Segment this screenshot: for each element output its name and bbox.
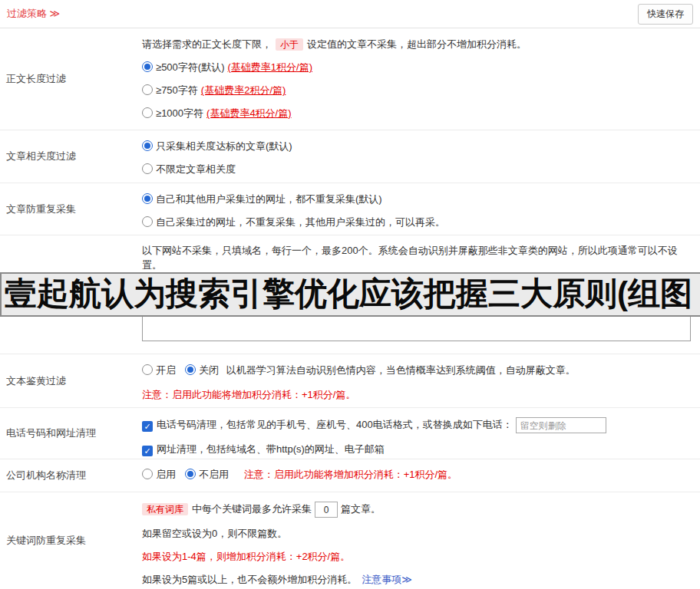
fee-note: (基础费率4积分/篇) <box>206 107 292 119</box>
option-label: 自己和其他用户采集过的网址，都不重复采集(默认) <box>156 193 382 205</box>
phone-url-label: 电话号码和网址清理 <box>0 408 142 459</box>
floating-article-title-banner: 壹起航认为搜索引擎优化应该把握三大原则(组图 <box>0 272 700 317</box>
relevance-option-strict: 只采集相关度达标的文章(默认) <box>142 140 694 153</box>
length-filter-label: 正文长度过滤 <box>0 28 142 130</box>
length-filter-desc: 请选择需求的正文长度下限，小于设定值的文章不采集，超出部分不增加积分消耗。 <box>142 38 694 51</box>
dedup-filter-label: 文章防重复采集 <box>0 183 142 235</box>
less-than-badge: 小于 <box>276 38 303 51</box>
row-company-clean: 公司机构名称清理 启用不启用 注意：启用此功能将增加积分消耗：+1积分/篇。 <box>0 459 700 492</box>
company-clean-content: 启用不启用 注意：启用此功能将增加积分消耗：+1积分/篇。 <box>142 459 700 492</box>
porn-filter-label: 文本鉴黄过滤 <box>0 354 142 407</box>
max-articles-input[interactable] <box>315 502 338 518</box>
row-keyword-dedup: 关键词防重复采集 私有词库中每个关键词最多允许采集篇文章。 如果留空或设为0，则… <box>0 492 700 589</box>
limit-text: 中每个关键词最多允许采集 <box>192 503 312 515</box>
keyword-note-fee: 如果设为1-4篇，则增加积分消耗：+2积分/篇。 <box>142 550 694 564</box>
relevance-filter-content: 只采集相关度达标的文章(默认) 不限定文章相关度 <box>142 130 700 183</box>
option-label: ≥750字符 <box>156 84 198 96</box>
note-text: 如果设为5篇或以上，也不会额外增加积分消耗。 <box>142 574 357 585</box>
checkbox-phone-clean[interactable] <box>142 421 153 432</box>
row-phone-url-clean: 电话号码和网址清理 电话号码清理，包括常见的手机号、座机号、400电话格式，或替… <box>0 408 700 459</box>
row-relevance-filter: 文章相关度过滤 只采集相关度达标的文章(默认) 不限定文章相关度 <box>0 130 700 183</box>
keyword-dedup-label: 关键词防重复采集 <box>0 492 142 589</box>
fee-note: (基础费率2积分/篇) <box>201 84 286 96</box>
radio-relevance-any[interactable] <box>142 163 153 174</box>
length-option-750: ≥750字符(基础费率2积分/篇) <box>142 84 694 97</box>
option-label: 只采集相关度达标的文章(默认) <box>156 140 292 152</box>
url-clean-line: 网址清理，包括纯域名、带http(s)的网址、电子邮箱 <box>142 443 694 456</box>
radio-relevance-strict[interactable] <box>142 140 153 151</box>
row-length-filter: 正文长度过滤 请选择需求的正文长度下限，小于设定值的文章不采集，超出部分不增加积… <box>0 28 700 130</box>
option-label: 开启 <box>156 364 176 376</box>
company-clean-note: 注意：启用此功能将增加积分消耗：+1积分/篇。 <box>244 469 457 480</box>
porn-filter-desc: 以机器学习算法自动识别色情内容，当色情概率达到系统阈值，自动屏蔽文章。 <box>226 364 576 376</box>
private-lexicon-badge: 私有词库 <box>142 503 188 515</box>
radio-porn-on[interactable] <box>142 364 153 375</box>
radio-750-chars[interactable] <box>142 84 153 95</box>
dedup-option-own: 自己采集过的网址，不重复采集，其他用户采集过的，可以再采。 <box>142 216 694 229</box>
replacement-phone-input[interactable] <box>516 417 606 433</box>
porn-filter-options: 开启关闭 以机器学习算法自动识别色情内容，当色情概率达到系统阈值，自动屏蔽文章。 <box>142 364 694 377</box>
keyword-note-zero: 如果留空或设为0，则不限篇数。 <box>142 527 694 541</box>
length-option-500: ≥500字符(默认)(基础费率1积分/篇) <box>142 61 694 74</box>
radio-1000-chars[interactable] <box>142 107 153 118</box>
option-label: ≥1000字符 <box>156 107 203 119</box>
phone-clean-text: 电话号码清理，包括常见的手机号、座机号、400电话格式，或替换成如下电话： <box>157 419 513 430</box>
desc-text-before: 请选择需求的正文长度下限， <box>142 38 272 50</box>
porn-filter-content: 开启关闭 以机器学习算法自动识别色情内容，当色情概率达到系统阈值，自动屏蔽文章。… <box>142 354 700 407</box>
company-clean-label: 公司机构名称清理 <box>0 459 142 492</box>
fee-note: (基础费率1积分/篇) <box>227 61 312 73</box>
relevance-filter-label: 文章相关度过滤 <box>0 130 142 183</box>
url-clean-text: 网址清理，包括纯域名、带http(s)的网址、电子邮箱 <box>157 443 385 455</box>
radio-porn-off[interactable] <box>185 364 196 375</box>
limit-text-end: 篇文章。 <box>341 503 381 515</box>
filter-settings-page: 过滤策略 ≫ 快速保存 正文长度过滤 请选择需求的正文长度下限，小于设定值的文章… <box>0 0 700 589</box>
radio-company-off[interactable] <box>185 469 196 479</box>
phone-clean-line: 电话号码清理，包括常见的手机号、座机号、400电话格式，或替换成如下电话： <box>142 417 694 433</box>
dedup-filter-content: 自己和其他用户采集过的网址，都不重复采集(默认) 自己采集过的网址，不重复采集，… <box>142 183 700 235</box>
length-option-1000: ≥1000字符(基础费率4积分/篇) <box>142 107 694 120</box>
option-label: 自己采集过的网址，不重复采集，其他用户采集过的，可以再采。 <box>156 216 445 228</box>
checkbox-url-clean[interactable] <box>142 446 153 456</box>
radio-500-chars[interactable] <box>142 61 153 72</box>
blacklist-desc: 以下网站不采集，只填域名，每行一个，最多200个。系统会自动识别并屏蔽那些非文章… <box>142 243 694 272</box>
row-porn-filter: 文本鉴黄过滤 开启关闭 以机器学习算法自动识别色情内容，当色情概率达到系统阈值，… <box>0 354 700 408</box>
notice-link[interactable]: 注意事项≫ <box>362 574 412 585</box>
length-filter-content: 请选择需求的正文长度下限，小于设定值的文章不采集，超出部分不增加积分消耗。 ≥5… <box>142 28 700 130</box>
option-label: 关闭 <box>199 364 219 376</box>
keyword-limit-line: 私有词库中每个关键词最多允许采集篇文章。 <box>142 502 694 518</box>
option-label: ≥500字符(默认) <box>156 61 224 73</box>
topbar: 过滤策略 ≫ 快速保存 <box>0 0 700 28</box>
relevance-option-any: 不限定文章相关度 <box>142 163 694 176</box>
keyword-note-five: 如果设为5篇或以上，也不会额外增加积分消耗。注意事项≫ <box>142 573 694 587</box>
dedup-option-global: 自己和其他用户采集过的网址，都不重复采集(默认) <box>142 192 694 206</box>
option-label: 启用 <box>156 469 176 480</box>
row-dedup-filter: 文章防重复采集 自己和其他用户采集过的网址，都不重复采集(默认) 自己采集过的网… <box>0 183 700 235</box>
desc-text-after: 设定值的文章不采集，超出部分不增加积分消耗。 <box>307 38 527 50</box>
radio-company-on[interactable] <box>142 469 153 479</box>
option-label: 不启用 <box>199 469 229 480</box>
porn-filter-note: 注意：启用此功能将增加积分消耗：+1积分/篇。 <box>142 388 694 402</box>
radio-dedup-own[interactable] <box>142 216 153 227</box>
option-label: 不限定文章相关度 <box>156 163 236 175</box>
quick-save-button[interactable]: 快速保存 <box>638 4 693 25</box>
page-title[interactable]: 过滤策略 ≫ <box>7 7 60 21</box>
keyword-dedup-content: 私有词库中每个关键词最多允许采集篇文章。 如果留空或设为0，则不限篇数。 如果设… <box>142 492 700 589</box>
radio-dedup-global[interactable] <box>142 193 153 204</box>
phone-url-content: 电话号码清理，包括常见的手机号、座机号、400电话格式，或替换成如下电话： 网址… <box>142 408 700 459</box>
